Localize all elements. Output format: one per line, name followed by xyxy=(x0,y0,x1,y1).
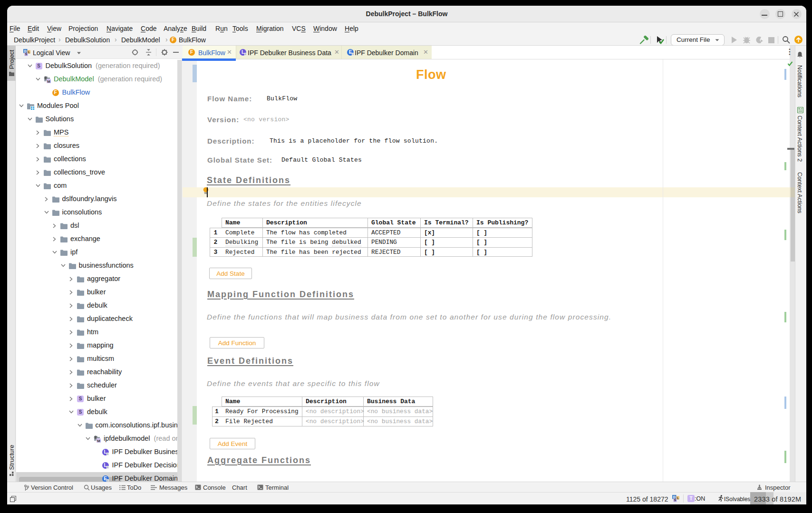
svg-text:L: L xyxy=(677,496,679,500)
svg-text:M: M xyxy=(97,439,100,443)
svg-text:S: S xyxy=(674,498,677,502)
svg-text:M: M xyxy=(47,79,50,84)
svg-text:S: S xyxy=(25,52,28,56)
svg-text:L: L xyxy=(28,50,30,54)
